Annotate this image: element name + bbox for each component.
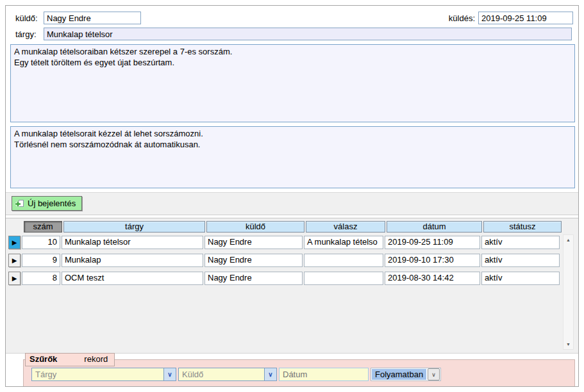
triangle-up-icon[interactable]: ▲	[563, 235, 573, 245]
bug-report-window: küldő: küldés: tárgy: A munkalap tételso…	[5, 5, 579, 387]
sender-filter-select[interactable]: Küldő ∨	[178, 368, 277, 381]
filters-panel: Szűrők rekord Tárgy ∨ Küldő ∨ Folyamatba…	[23, 359, 575, 387]
sender-filter-value: Küldő	[179, 368, 264, 380]
reply-textarea[interactable]: A munkalap tételsorait kézzel át lehet s…	[10, 126, 575, 188]
cell-datum[interactable]: 2019-09-25 11:09	[385, 236, 480, 249]
triangle-down-icon[interactable]: ▼	[563, 339, 573, 349]
date-filter-input[interactable]	[279, 368, 369, 381]
cell-valasz[interactable]: A munkalap tételso	[304, 236, 383, 249]
add-document-icon	[15, 199, 24, 208]
cell-statusz[interactable]: aktív	[481, 236, 560, 249]
cell-datum[interactable]: 2019-08-30 14:42	[385, 272, 480, 285]
play-triangle-icon: ▶	[12, 240, 17, 246]
column-header-szam[interactable]: szám	[24, 221, 62, 233]
column-header-statusz[interactable]: státusz	[483, 221, 562, 233]
cell-statusz[interactable]: aktív	[481, 254, 560, 267]
new-report-label: Új bejelentés	[28, 199, 76, 208]
chevron-down-icon: ∨	[264, 368, 276, 380]
chevron-down-icon: ∨	[428, 368, 440, 380]
cell-kuldo[interactable]: Nagy Endre	[204, 236, 303, 249]
cell-szam[interactable]: 10	[22, 236, 60, 249]
sender-label: küldő:	[15, 13, 44, 23]
toolbar: Új bejelentés	[6, 192, 578, 215]
filters-legend: Szűrők rekord	[25, 353, 115, 366]
cell-kuldo[interactable]: Nagy Endre	[204, 254, 303, 267]
play-triangle-icon: ▶	[12, 275, 17, 282]
play-triangle-icon: ▶	[12, 257, 17, 264]
sent-date-input[interactable]	[478, 12, 573, 24]
cell-statusz[interactable]: aktív	[481, 272, 560, 285]
cell-targy[interactable]: Munkalap tételsor	[62, 236, 203, 249]
status-filter-value: Folyamatban	[372, 369, 426, 380]
cell-szam[interactable]: 8	[22, 272, 60, 285]
column-header-kuldo[interactable]: küldő	[206, 221, 305, 233]
cell-targy[interactable]: OCM teszt	[62, 272, 203, 285]
table-row: ▶ 10 Munkalap tételsor Nagy Endre A munk…	[8, 236, 578, 249]
filters-record-label: rekord	[84, 354, 108, 364]
cell-szam[interactable]: 9	[22, 254, 60, 267]
row-selector[interactable]: ▶	[8, 254, 21, 267]
cell-targy[interactable]: Munkalap	[62, 254, 203, 267]
message-textarea[interactable]: A munkalap tételsoraiban kétszer szerepe…	[10, 44, 575, 122]
chevron-down-icon: ∨	[163, 368, 176, 380]
subject-filter-select[interactable]: Tárgy ∨	[31, 368, 176, 381]
table-row: ▶ 9 Munkalap Nagy Endre 2019-09-10 17:30…	[8, 254, 578, 267]
filters-title: Szűrők	[29, 354, 57, 364]
subject-input[interactable]	[44, 28, 572, 40]
table-header-row: szám tárgy küldő válasz dátum státusz	[24, 221, 578, 233]
filter-row: Tárgy ∨ Küldő ∨ Folyamatban ∨	[31, 368, 571, 381]
sender-input[interactable]	[44, 12, 141, 24]
subject-row: tárgy:	[15, 28, 573, 40]
cell-valasz[interactable]	[304, 272, 383, 285]
reports-table: szám tárgy küldő válasz dátum státusz ▶ …	[6, 218, 578, 354]
new-report-button[interactable]: Új bejelentés	[12, 196, 82, 211]
subject-filter-value: Tárgy	[32, 368, 163, 380]
column-header-targy[interactable]: tárgy	[63, 221, 205, 233]
column-header-datum[interactable]: dátum	[387, 221, 482, 233]
cell-datum[interactable]: 2019-09-10 17:30	[385, 254, 480, 267]
column-header-valasz[interactable]: válasz	[306, 221, 385, 233]
cell-kuldo[interactable]: Nagy Endre	[204, 272, 303, 285]
subject-label: tárgy:	[15, 29, 44, 39]
status-filter-select[interactable]: Folyamatban ∨	[371, 368, 441, 381]
cell-valasz[interactable]	[304, 254, 383, 267]
row-selector[interactable]: ▶	[8, 272, 21, 285]
sent-label: küldés:	[449, 13, 475, 23]
sender-row: küldő: küldés:	[15, 12, 573, 24]
row-selector[interactable]: ▶	[8, 236, 21, 249]
table-row: ▶ 8 OCM teszt Nagy Endre 2019-08-30 14:4…	[8, 272, 578, 285]
table-scrollbar[interactable]: ▲ ▼	[563, 234, 574, 350]
